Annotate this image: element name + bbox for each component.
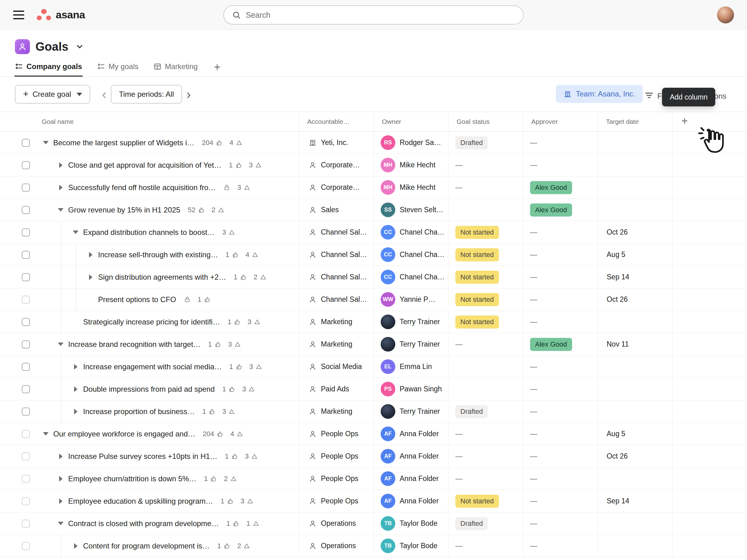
accountable-team[interactable]: Corporate…: [321, 161, 360, 169]
add-column-button[interactable]: +: [672, 112, 747, 131]
goal-row[interactable]: Double impressions from paid ad spend13P…: [0, 378, 747, 400]
owner-name[interactable]: Chanel Cha…: [400, 228, 444, 236]
row-checkbox[interactable]: [22, 161, 30, 169]
row-checkbox[interactable]: [22, 430, 30, 438]
plus-icon[interactable]: +: [681, 115, 688, 127]
team-filter-button[interactable]: Team: Asana, Inc.: [556, 85, 643, 103]
status-chip[interactable]: Not started: [455, 316, 499, 328]
approver-chip[interactable]: Alex Good: [530, 181, 572, 194]
goal-row[interactable]: Increase sell-through with existing…14Ch…: [0, 244, 747, 266]
goal-row[interactable]: Employee churn/attrition is down 5%…12Pe…: [0, 468, 747, 490]
row-checkbox[interactable]: [22, 184, 30, 192]
status-chip[interactable]: Not started: [455, 271, 499, 284]
status-chip[interactable]: Not started: [455, 495, 499, 508]
owner-name[interactable]: Rodger Sa…: [400, 138, 441, 147]
accountable-team[interactable]: Corporate…: [321, 183, 360, 192]
likes-count[interactable]: 1: [217, 542, 230, 550]
goal-title[interactable]: Increase engagement with social media…: [83, 363, 222, 371]
accountable-team[interactable]: Operations: [321, 519, 356, 528]
row-checkbox[interactable]: [22, 407, 30, 416]
likes-count[interactable]: 1: [202, 407, 215, 416]
status-chip[interactable]: Drafted: [455, 517, 488, 530]
goal-title[interactable]: Become the largest supplier of Widgets i…: [53, 138, 195, 147]
row-checkbox[interactable]: [22, 296, 30, 304]
status-chip[interactable]: Not started: [455, 248, 499, 261]
accountable-team[interactable]: Channel Sal…: [321, 250, 367, 259]
tab-marketing[interactable]: Marketing: [153, 62, 198, 77]
owner-name[interactable]: Emma Lin: [400, 363, 432, 371]
owner-name[interactable]: Steven Selt…: [400, 206, 443, 214]
accountable-team[interactable]: Yeti, Inc.: [321, 138, 348, 147]
tab-my-goals[interactable]: My goals: [97, 62, 138, 77]
row-checkbox[interactable]: [22, 340, 30, 348]
column-accountable[interactable]: Accountable…: [299, 112, 374, 131]
likes-count[interactable]: 1: [208, 340, 221, 348]
accountable-team[interactable]: Marketing: [321, 318, 352, 326]
hamburger-menu-button[interactable]: [13, 10, 24, 19]
goal-title[interactable]: Increase Pulse survey scores +10pts in H…: [68, 452, 217, 461]
collapse-caret-icon[interactable]: [43, 141, 49, 144]
title-chevron-down-icon[interactable]: [75, 42, 84, 51]
row-checkbox[interactable]: [22, 475, 30, 483]
row-checkbox[interactable]: [22, 273, 30, 281]
goal-title[interactable]: Employee education & upskilling program…: [68, 497, 213, 506]
row-checkbox[interactable]: [22, 519, 30, 528]
expand-caret-icon[interactable]: [74, 409, 77, 415]
expand-caret-icon[interactable]: [74, 543, 77, 549]
owner-name[interactable]: Taylor Bode: [400, 542, 437, 550]
expand-caret-icon[interactable]: [59, 454, 62, 459]
accountable-team[interactable]: Sales: [321, 206, 339, 214]
accountable-team[interactable]: People Ops: [321, 475, 358, 483]
goal-title[interactable]: Successfully fend off hostile acquisitio…: [68, 183, 216, 192]
likes-count[interactable]: 1: [204, 475, 217, 483]
accountable-team[interactable]: Marketing: [321, 340, 352, 348]
accountable-team[interactable]: Operations: [321, 542, 356, 550]
likes-count[interactable]: 204: [203, 430, 224, 438]
column-approver[interactable]: Approver: [523, 112, 598, 131]
prev-period-button[interactable]: ‹: [99, 87, 110, 101]
goal-row[interactable]: Contract is closed with program developm…: [0, 512, 747, 535]
owner-name[interactable]: Anna Folder: [400, 430, 439, 438]
likes-count[interactable]: 1: [226, 519, 239, 528]
row-checkbox[interactable]: [22, 206, 30, 214]
owner-name[interactable]: Mike Hecht: [400, 183, 435, 192]
goal-row[interactable]: Strategically increase pricing for ident…: [0, 311, 747, 333]
row-checkbox[interactable]: [22, 497, 30, 505]
likes-count[interactable]: 1: [226, 251, 239, 259]
expand-caret-icon[interactable]: [59, 185, 62, 190]
status-chip[interactable]: Not started: [455, 293, 499, 306]
status-chip[interactable]: Drafted: [455, 136, 488, 149]
next-period-button[interactable]: ›: [183, 87, 194, 101]
owner-name[interactable]: Terry Trainer: [400, 407, 440, 416]
expand-caret-icon[interactable]: [89, 274, 93, 280]
likes-count[interactable]: 1: [229, 161, 242, 169]
collapse-caret-icon[interactable]: [58, 522, 63, 525]
row-checkbox[interactable]: [22, 251, 30, 259]
goal-row[interactable]: Expand distribution channels to boost…3C…: [0, 221, 747, 244]
likes-count[interactable]: 1: [228, 318, 240, 326]
goal-row[interactable]: Increase engagement with social media…13…: [0, 355, 747, 378]
expand-caret-icon[interactable]: [74, 364, 77, 370]
row-checkbox[interactable]: [22, 385, 30, 393]
goal-row[interactable]: Increase proportion of business…13Market…: [0, 400, 747, 423]
add-tab-button[interactable]: +: [214, 61, 221, 77]
filter-icon[interactable]: [644, 90, 654, 100]
status-chip[interactable]: Drafted: [455, 405, 488, 418]
expand-caret-icon[interactable]: [59, 162, 62, 168]
row-checkbox[interactable]: [22, 229, 30, 236]
accountable-team[interactable]: People Ops: [321, 430, 358, 438]
likes-count[interactable]: 1: [225, 452, 238, 460]
create-goal-button[interactable]: + Create goal: [15, 85, 90, 104]
status-chip[interactable]: Not started: [455, 226, 499, 239]
column-target-date[interactable]: Target date: [598, 112, 672, 131]
user-avatar[interactable]: [717, 6, 734, 23]
goal-row[interactable]: Close and get approval for acquisition o…: [0, 154, 747, 177]
approver-chip[interactable]: Alex Good: [530, 204, 572, 216]
owner-name[interactable]: Yannie P…: [400, 295, 435, 304]
owner-name[interactable]: Pawan Singh: [400, 385, 442, 393]
goal-title[interactable]: Sign distribution agreements with +2…: [98, 273, 226, 282]
goal-title[interactable]: Increase sell-through with existing…: [98, 250, 218, 259]
likes-count[interactable]: 1: [229, 363, 242, 371]
goal-title[interactable]: Contract is closed with program developm…: [68, 519, 219, 528]
likes-count[interactable]: 1: [221, 497, 234, 505]
